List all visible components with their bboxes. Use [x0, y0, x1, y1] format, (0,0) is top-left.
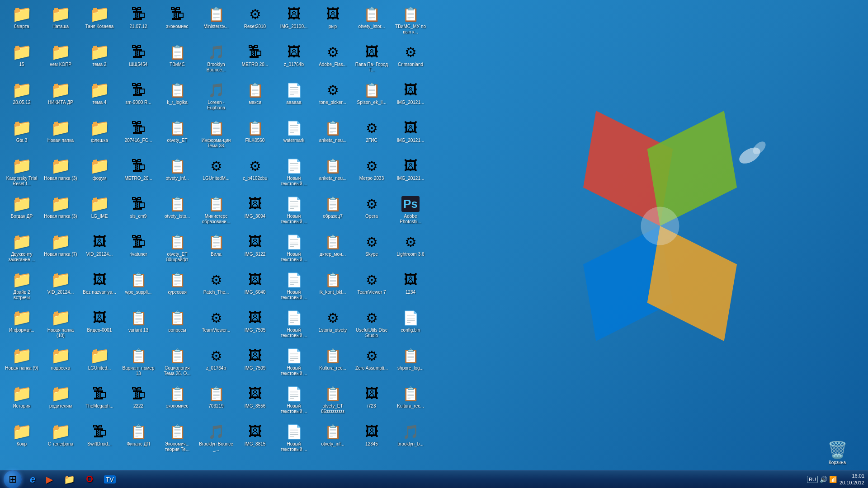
- desktop-icon-ik_kont_bkl[interactable]: 📋 ik_kont_bkl...: [315, 269, 351, 305]
- desktop-icon-otvety_istor2[interactable]: 📋 otvety_istor...: [354, 3, 390, 39]
- desktop-icon-voprosy[interactable]: 📋 вопросы: [159, 307, 195, 343]
- desktop-icon-z_01764b2[interactable]: 🖼 z_01764b: [276, 41, 312, 77]
- desktop-icon-novyj_txt8[interactable]: 📄 Новый текстовый ...: [276, 421, 312, 457]
- desktop-icon-z_b4102cbu[interactable]: ⚙ z_b4102cbu: [237, 155, 273, 191]
- desktop-icon-bogdan[interactable]: 📁 Богдан ДР: [4, 193, 40, 229]
- desktop-icon-teamview2[interactable]: ⚙ TeamViewer...: [198, 307, 234, 343]
- desktop-icon-nikita[interactable]: 📁 НИКИТА ДР: [42, 79, 79, 115]
- desktop-icon-otvety_inf3[interactable]: 📋 otvety_inf...: [315, 421, 351, 457]
- desktop-icon-otvety_inf2[interactable]: 📋 otvety_inf...: [159, 155, 195, 191]
- desktop-icon-papa_pla[interactable]: 🖼 Папа Па- Город Т...: [354, 41, 390, 77]
- system-clock[interactable]: 16:01 20.10.2012: [840, 473, 864, 486]
- desktop-icon-aaaaa[interactable]: 📄 аааааа: [276, 79, 312, 115]
- desktop-icon-swiftdroid[interactable]: 🗜 SwiftDroid...: [81, 421, 118, 457]
- desktop-icon-minobrazov[interactable]: 📋 Министерс образовани...: [198, 193, 234, 229]
- desktop-icon-filk0560[interactable]: 📋 FiLK0560: [237, 117, 273, 153]
- desktop-icon-sis_cm9[interactable]: 🗜 sis_cm9: [120, 193, 156, 229]
- desktop-icon-dvuhkontu[interactable]: 📁 Двухконту зажигание ...: [4, 231, 40, 267]
- desktop-icon-8marta[interactable]: 📁 8марта: [4, 3, 40, 39]
- desktop-icon-video0001[interactable]: 🖼 Видео-0001: [81, 307, 118, 343]
- desktop-icon-vid2012[interactable]: 🖼 VID_20124...: [81, 231, 118, 267]
- desktop-icon-21712[interactable]: 🗜 21.07.12: [120, 3, 156, 39]
- desktop-icon-finam_dp[interactable]: 📋 Финанс ДП: [120, 421, 156, 457]
- desktop-icon-tema2[interactable]: 📁 тема 2: [81, 41, 118, 77]
- desktop-icon-variant13[interactable]: 📋 variant 13: [120, 307, 156, 343]
- desktop-icon-historia[interactable]: 📁 История: [4, 383, 40, 419]
- desktop-icon-img_7509[interactable]: 🖼 IMG_7509: [237, 345, 273, 381]
- desktop-icon-otvety_istor[interactable]: 📋 otvety_isto...: [159, 193, 195, 229]
- desktop-icon-metro2_[interactable]: 🗜 МETRO 20...: [237, 41, 273, 77]
- desktop-icon-207416fc2[interactable]: 🗜 207416_FC...: [120, 117, 156, 153]
- desktop-icon-spison_ek[interactable]: 📋 Spison_ek_ll...: [354, 79, 390, 115]
- desktop-icon-sm9000[interactable]: 🗜 sm-9000 R...: [120, 79, 156, 115]
- desktop-icon-img6040[interactable]: 🖼 IMG_6040: [237, 269, 273, 305]
- desktop-icon-rivatuner[interactable]: 🗜 rivatuner: [120, 231, 156, 267]
- desktop-icon-tema4[interactable]: 📁 тема 4: [81, 79, 118, 115]
- desktop-icon-img20121b[interactable]: 🖼 IMG_20121...: [392, 117, 429, 153]
- desktop-icon-1storia[interactable]: ⚙ 1storia_otvety: [315, 307, 351, 343]
- desktop-icon-forum[interactable]: 📁 форум: [81, 155, 118, 191]
- desktop-icon-kultura_rec2[interactable]: 📋 Kultura_rec...: [315, 345, 351, 381]
- desktop-icon-img3094[interactable]: 🖼 IMG_3094: [237, 193, 273, 229]
- desktop-icon-natasha[interactable]: 📁 Наташа: [42, 3, 79, 39]
- desktop-icon-config_bin[interactable]: 📄 config.bin: [392, 307, 429, 343]
- desktop-icon-opera[interactable]: ⚙ Opera: [354, 193, 390, 229]
- desktop-icon-flashka[interactable]: 📁 флешка: [81, 117, 118, 153]
- desktop-icon-stelephone[interactable]: 📁 С телефона: [42, 421, 79, 457]
- desktop-icon-kultura_rec[interactable]: 📋 Kultura_rec...: [392, 383, 429, 419]
- desktop-icon-img_7505[interactable]: 🖼 IMG_7505: [237, 307, 273, 343]
- desktop-icon-2gis[interactable]: ⚙ 2ГИС: [354, 117, 390, 153]
- desktop-icon-2222[interactable]: 🗜 2222: [120, 383, 156, 419]
- desktop-icon-lgunitedm[interactable]: ⚙ LGUnitedM...: [198, 155, 234, 191]
- desktop-icon-drive2[interactable]: 📁 Драйв 2 встречи: [4, 269, 40, 305]
- desktop-icon-lightroom[interactable]: ⚙ Lightroom 3.6: [392, 231, 429, 267]
- taskbar-opera[interactable]: O: [82, 471, 99, 488]
- desktop-icon-roditeljam[interactable]: 📁 родителям: [42, 383, 79, 419]
- desktop-icon-tone_picker[interactable]: ⚙ tone_picker...: [315, 79, 351, 115]
- desktop-icon-bez_nazv[interactable]: 🖼 Bez nazvaniya...: [81, 269, 118, 305]
- desktop-icon-gta3[interactable]: 📁 Gta 3: [4, 117, 40, 153]
- desktop-icon-maxcu[interactable]: 📋 макси: [237, 79, 273, 115]
- desktop-icon-wposuppl[interactable]: 📋 wpo_suppli...: [120, 269, 156, 305]
- taskbar-ie[interactable]: e: [26, 471, 41, 488]
- desktop-icon-ekonomich[interactable]: 📋 Экономич... теория Те...: [159, 421, 195, 457]
- desktop-icon-kr_logika[interactable]: 📋 k_r_logika: [159, 79, 195, 115]
- desktop-icon-kaspersky[interactable]: 📁 Kaspersky Trial Reset f...: [4, 155, 40, 191]
- desktop-icon-novyj_txt7[interactable]: 📄 Новый текстовый ...: [276, 383, 312, 419]
- desktop-icon-shpore_log[interactable]: 📋 shpore_log...: [392, 345, 429, 381]
- desktop-icon-sotsiolog[interactable]: 📋 Социология Тема 26. О...: [159, 345, 195, 381]
- desktop-icon-variant18[interactable]: 📋 Вариант номер 13: [120, 345, 156, 381]
- desktop-icon-adobe_ps[interactable]: Ps Adobe Photoshi...: [392, 193, 429, 229]
- desktop-icon-brooklyn_b[interactable]: 🎵 Brooklyn Bounce...: [198, 41, 234, 77]
- desktop-icon-metro2033[interactable]: ⚙ Метро 2033: [354, 155, 390, 191]
- desktop-icon-novyj_txt2[interactable]: 📄 Новый текстовый ...: [276, 193, 312, 229]
- desktop-icon-tanya[interactable]: 📁 Таня Козаева: [81, 3, 118, 39]
- desktop-icon-patch_the[interactable]: ⚙ Patch_The...: [198, 269, 234, 305]
- desktop-icon-703219[interactable]: 📋 703219: [198, 383, 234, 419]
- desktop-icon-12345[interactable]: 🖼 12345: [354, 421, 390, 457]
- desktop-icon-novpapka9[interactable]: 📁 Новая папка (9): [4, 345, 40, 381]
- desktop-icon-shtl54[interactable]: 🗜 ШЩ5454: [120, 41, 156, 77]
- desktop-icon-z01764b[interactable]: ⚙ z_01764b: [198, 345, 234, 381]
- desktop-icon-lgime[interactable]: 📁 LG_IME: [81, 193, 118, 229]
- desktop-icon-megaphone[interactable]: 🗜 TheMegaph...: [81, 383, 118, 419]
- desktop-icon-zero_assum[interactable]: ⚙ Zero Assumpti...: [354, 345, 390, 381]
- recycle-bin[interactable]: 🗑️ Корзина: [820, 441, 854, 465]
- desktop-icon-28may[interactable]: 📁 28.05.12: [4, 79, 40, 115]
- desktop-icon-i723[interactable]: 🖼 i723: [354, 383, 390, 419]
- desktop-icon-15[interactable]: 📁 15: [4, 41, 40, 77]
- desktop-icon-ryp[interactable]: 🖼 рыр: [315, 3, 351, 39]
- desktop-icon-akter_mou[interactable]: 📋 дктер_мои...: [315, 231, 351, 267]
- desktop-icon-inform[interactable]: 📁 Информат...: [4, 307, 40, 343]
- desktop-icon-kursovaya[interactable]: 📋 курсовая: [159, 269, 195, 305]
- desktop-icon-anketa_neu[interactable]: 📋 anketa_neu...: [315, 117, 351, 153]
- desktop-icon-tbmc[interactable]: 📋 ТВиМС: [159, 41, 195, 77]
- desktop-icon-1234[interactable]: 🖼 1234: [392, 269, 429, 305]
- desktop-icon-skype[interactable]: ⚙ Skype: [354, 231, 390, 267]
- desktop-icon-vila[interactable]: 📋 Вила: [198, 231, 234, 267]
- taskbar-explorer[interactable]: 📁: [60, 471, 80, 488]
- desktop-icon-loreen[interactable]: 🎵 Loreen - Euphoria: [198, 79, 234, 115]
- desktop-icon-watermark[interactable]: 📄 watermark: [276, 117, 312, 153]
- desktop-icon-otvety_et2[interactable]: 📋 otvety_ET 86ззззззззз: [315, 383, 351, 419]
- desktop-icon-img20121c[interactable]: 🖼 IMG_20121...: [392, 155, 429, 191]
